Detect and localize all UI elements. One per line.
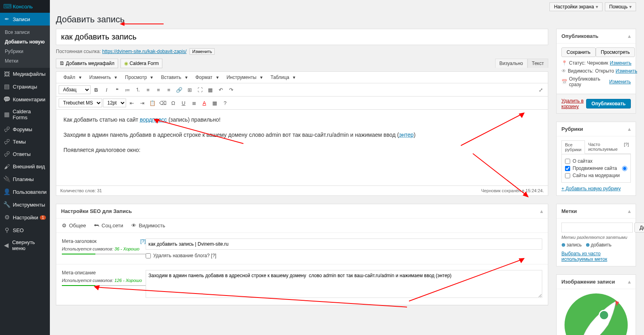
visibility-edit[interactable]: Изменить	[616, 68, 637, 74]
sub-add-new[interactable]: Добавить новую	[0, 37, 50, 47]
seo-tab-general[interactable]: ⚙Общее	[62, 223, 86, 229]
add-media-button[interactable]: 🖻Добавить медиафайл	[56, 59, 118, 68]
sidebar-item-plugins[interactable]: 🔌Плагины	[0, 173, 50, 185]
indent-button[interactable]: ⇥	[137, 98, 147, 108]
menu-format[interactable]: Формат ▾	[191, 73, 221, 81]
publish-button[interactable]: Опубликовать	[586, 99, 631, 108]
cat-tab-all[interactable]: Все рубрики	[561, 140, 585, 154]
menu-tools[interactable]: Инструменты ▾	[222, 73, 265, 81]
editor-content[interactable]: Как добавить статью на сайт вордпресс (з…	[56, 110, 548, 185]
content-link-wordpress[interactable]: вордпресс	[140, 116, 167, 123]
menu-edit[interactable]: Изменить ▾	[85, 73, 119, 81]
cat-checkbox-2[interactable]	[565, 173, 570, 178]
sidebar-item-seo[interactable]: ⚲SEO	[0, 224, 50, 236]
format-select[interactable]: Абзац	[59, 85, 91, 94]
help-button[interactable]: Помощь▾	[605, 2, 636, 11]
menu-table[interactable]: Таблица ▾	[266, 73, 298, 81]
status-edit[interactable]: Изменить	[610, 60, 631, 66]
alignleft-button[interactable]: ≡	[143, 85, 153, 95]
permalink-edit-button[interactable]: Изменить	[190, 48, 215, 55]
add-tag-button[interactable]: Добавить	[634, 223, 644, 233]
menu-file[interactable]: Файл ▾	[59, 73, 84, 81]
tag-input[interactable]	[561, 223, 633, 233]
schedule-edit[interactable]: Изменить	[609, 79, 631, 85]
seo-tab-social[interactable]: ⮪Соц.сети	[94, 223, 123, 229]
sidebar-collapse[interactable]: ◀Свернуть меню	[0, 236, 50, 254]
bullist-button[interactable]: ≔	[122, 85, 132, 95]
move-to-trash[interactable]: Удалить в корзину	[561, 98, 586, 109]
justify-button[interactable]: ≣	[189, 98, 199, 108]
clearformat-button[interactable]: ⌫	[158, 98, 168, 108]
sidebar-item-forums[interactable]: 🗪Форумы	[0, 123, 50, 136]
more-button[interactable]: ⊞	[185, 85, 194, 95]
underline-button[interactable]: U	[179, 98, 188, 108]
meta-title-input[interactable]	[146, 238, 542, 250]
preview-button[interactable]: Просмотреть	[596, 47, 635, 57]
sidebar-item-tools[interactable]: 🔧Инструменты	[0, 198, 50, 211]
screen-options-button[interactable]: Настройки экрана▾	[549, 2, 602, 11]
sidebar-item-media[interactable]: 🖾Медиафайлы	[0, 68, 50, 80]
alignright-button[interactable]: ≡	[164, 85, 174, 95]
fontfamily-select[interactable]: Trebuchet MS	[59, 99, 102, 107]
sub-tags[interactable]: Метки	[0, 56, 50, 66]
sidebar-item-users[interactable]: 👤Пользователи	[0, 185, 50, 198]
cat-help[interactable]: [?]	[621, 140, 632, 154]
sidebar-item-caldera[interactable]: ▦Caldera Forms	[0, 106, 50, 123]
meta-desc-textarea[interactable]	[146, 270, 542, 298]
italic-button[interactable]: I	[102, 85, 111, 95]
redo-button[interactable]: ↷	[226, 85, 236, 95]
cat-checkbox-0[interactable]	[565, 159, 570, 164]
add-category-link[interactable]: + Добавить новую рубрику	[561, 186, 621, 191]
choose-tags-link[interactable]: Выбрать из часто используемых меток	[561, 251, 631, 262]
tab-visual[interactable]: Визуально	[495, 59, 527, 68]
categories-heading[interactable]: Рубрики▴	[557, 122, 636, 136]
toolbar-toggle-button[interactable]: ▦	[205, 85, 215, 95]
publish-heading[interactable]: Опубликовать▴	[557, 29, 636, 43]
remove-blogname-checkbox[interactable]	[146, 253, 151, 258]
textcolor-button[interactable]: A	[200, 98, 209, 108]
sidebar-item-replies[interactable]: 🗪Ответы	[0, 148, 50, 160]
quote-button[interactable]: ❝	[112, 85, 122, 95]
sidebar-item-topics[interactable]: 🗪Темы	[0, 136, 50, 148]
pastetext-button[interactable]: 📋	[148, 98, 157, 108]
fullscreen-button[interactable]: ⛶	[195, 85, 205, 95]
outdent-button[interactable]: ⇤	[127, 98, 136, 108]
numlist-button[interactable]: ⒈	[133, 85, 142, 95]
menu-view[interactable]: Просмотр ▾	[120, 73, 155, 81]
sidebar-item-comments[interactable]: 💬Комментарии	[0, 93, 50, 106]
expand-icon[interactable]: ⤢	[536, 85, 545, 95]
tag-remove-0[interactable]: ⊗	[561, 242, 565, 248]
permalink-url[interactable]: https://dvinem-site.ru/kak-dobavit-zapis…	[102, 49, 186, 54]
sub-categories[interactable]: Рубрики	[0, 47, 50, 56]
cat-checkbox-1[interactable]	[565, 166, 570, 171]
post-title-input[interactable]	[56, 29, 548, 45]
menu-insert[interactable]: Вставить ▾	[156, 73, 190, 81]
save-draft-button[interactable]: Сохранить	[561, 47, 596, 57]
cat-primary-radio[interactable]	[622, 166, 627, 171]
charmap-button[interactable]: Ω	[168, 98, 178, 108]
sidebar-item-pages[interactable]: ▤Страницы	[0, 80, 50, 93]
sidebar-item-posts[interactable]: ✒Записи	[0, 13, 50, 26]
cat-tab-used[interactable]: Часто используемые	[585, 140, 621, 154]
link-button[interactable]: 🔗	[174, 85, 184, 95]
meta-title-help[interactable]: [?]	[140, 238, 146, 244]
seo-box-heading[interactable]: Настройки SEO для Запись▴	[56, 204, 548, 219]
sidebar-item-dashboard[interactable]: ⌨Консоль	[0, 0, 50, 13]
featured-image-heading[interactable]: Изображение записи▴	[557, 275, 636, 289]
sidebar-item-appearance[interactable]: 🖌Внешний вид	[0, 160, 50, 173]
bold-button[interactable]: B	[91, 85, 101, 95]
seo-tab-visibility[interactable]: 👁Видимость	[131, 223, 165, 229]
content-link-enter[interactable]: энтер	[399, 132, 414, 138]
undo-button[interactable]: ↶	[216, 85, 225, 95]
fontsize-select[interactable]: 12pt	[103, 99, 126, 107]
help-button-tb[interactable]: ?	[220, 98, 230, 108]
table-button[interactable]: ▦	[210, 98, 219, 108]
tags-heading[interactable]: Метки▴	[557, 204, 636, 219]
caldera-form-button[interactable]: ◉Caldera Form	[121, 59, 162, 68]
tab-text[interactable]: Текст	[527, 59, 548, 68]
tag-remove-1[interactable]: ⊗	[586, 242, 590, 248]
sub-all-posts[interactable]: Все записи	[0, 28, 50, 37]
aligncenter-button[interactable]: ≡	[154, 85, 163, 95]
featured-image[interactable]	[557, 289, 636, 335]
sidebar-item-settings[interactable]: ⚙Настройки1	[0, 211, 50, 224]
